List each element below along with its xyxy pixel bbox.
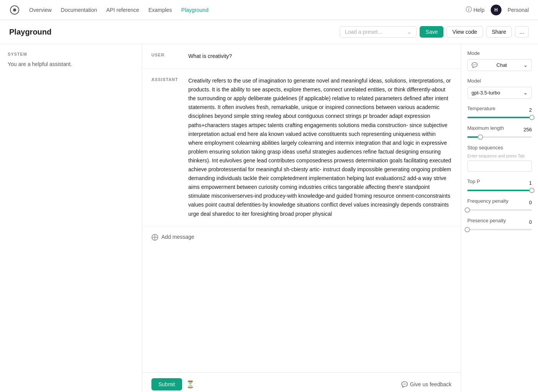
- nav-playground[interactable]: Playground: [181, 7, 209, 13]
- user-message-content[interactable]: What is creativity?: [188, 52, 452, 61]
- feedback-button[interactable]: 💬 Give us feedback: [401, 381, 452, 387]
- presence-penalty-section: Presence penalty 0: [467, 218, 532, 230]
- top-p-section: Top P 1: [467, 179, 532, 191]
- system-text[interactable]: You are a helpful assistant.: [8, 60, 134, 68]
- add-message-button[interactable]: ⨁ Add message: [142, 227, 461, 247]
- page-header: Playground Load a preset... ⌄ Save View …: [0, 20, 538, 44]
- preset-placeholder: Load a preset...: [345, 29, 382, 35]
- message-row-user: USER What is creativity?: [142, 44, 461, 69]
- preset-dropdown[interactable]: Load a preset... ⌄: [340, 26, 417, 38]
- chevron-down-icon: ⌄: [523, 62, 528, 68]
- nav-overview[interactable]: Overview: [29, 7, 51, 13]
- mode-value: Chat: [496, 62, 507, 68]
- add-message-label: Add message: [161, 234, 194, 240]
- nav-documentation[interactable]: Documentation: [61, 7, 97, 13]
- stop-seq-hint: Enter sequence and press Tab: [467, 154, 532, 158]
- bottom-bar: Submit ⏳ 💬 Give us feedback: [142, 372, 461, 392]
- temperature-slider[interactable]: [467, 117, 532, 118]
- share-button[interactable]: Share: [486, 26, 512, 38]
- system-panel: SYSTEM You are a helpful assistant.: [0, 44, 142, 392]
- freq-penalty-label: Frequency penalty: [467, 198, 508, 204]
- model-value: gpt-3.5-turbo: [472, 90, 500, 96]
- system-label: SYSTEM: [8, 52, 134, 56]
- add-circle-icon: ⨁: [151, 233, 158, 241]
- max-length-section: Maximum length 256: [467, 125, 532, 138]
- svg-point-0: [13, 8, 16, 12]
- stop-seq-label: Stop sequences: [467, 145, 532, 151]
- nav-examples[interactable]: Examples: [148, 7, 172, 13]
- history-icon[interactable]: ⏳: [186, 380, 194, 389]
- nav-api-reference[interactable]: API reference: [106, 7, 139, 13]
- freq-penalty-section: Frequency penalty 0: [467, 198, 532, 211]
- avatar: H: [491, 5, 501, 15]
- more-options-button[interactable]: …: [515, 26, 529, 38]
- chat-area: USER What is creativity? ASSISTANT Creat…: [142, 44, 461, 392]
- view-code-button[interactable]: View code: [447, 26, 483, 38]
- presence-penalty-label: Presence penalty: [467, 218, 506, 223]
- freq-penalty-slider[interactable]: [467, 209, 532, 211]
- mode-dropdown[interactable]: 💬 Chat ⌄: [467, 59, 532, 71]
- temperature-section: Temperature 2: [467, 106, 532, 118]
- max-length-label: Maximum length: [467, 125, 504, 131]
- top-nav: Overview Documentation API reference Exa…: [0, 0, 538, 20]
- feedback-icon: 💬: [401, 381, 408, 387]
- model-section: Model gpt-3.5-turbo ⌄: [467, 78, 532, 99]
- chevron-down-icon: ⌄: [407, 29, 412, 35]
- help-button[interactable]: ⓘ Help: [466, 6, 485, 14]
- model-label: Model: [467, 78, 532, 84]
- mode-section: Mode 💬 Chat ⌄: [467, 50, 532, 71]
- max-length-value: 256: [523, 127, 532, 132]
- save-button[interactable]: Save: [420, 26, 443, 38]
- top-p-slider[interactable]: [467, 190, 532, 191]
- main-layout: SYSTEM You are a helpful assistant. USER…: [0, 44, 538, 392]
- messages-list: USER What is creativity? ASSISTANT Creat…: [142, 44, 461, 372]
- user-role-label: USER: [151, 52, 182, 57]
- chevron-down-icon: ⌄: [523, 90, 528, 96]
- nav-links: Overview Documentation API reference Exa…: [29, 7, 466, 13]
- help-label: Help: [473, 7, 485, 13]
- feedback-label: Give us feedback: [410, 381, 452, 387]
- openai-logo: [9, 5, 20, 15]
- presence-penalty-slider[interactable]: [467, 229, 532, 230]
- presence-penalty-value: 0: [529, 219, 532, 225]
- page-title: Playground: [9, 28, 340, 36]
- personal-label[interactable]: Personal: [508, 7, 529, 13]
- submit-button[interactable]: Submit: [151, 378, 182, 390]
- max-length-slider[interactable]: [467, 136, 532, 138]
- stop-seq-input[interactable]: [467, 160, 532, 172]
- nav-right: ⓘ Help H Personal: [466, 5, 529, 15]
- top-p-value: 1: [529, 180, 532, 186]
- assistant-message-content[interactable]: Creativity refers to the use of imaginat…: [188, 76, 452, 218]
- mode-label: Mode: [467, 50, 532, 56]
- message-row-assistant: ASSISTANT Creativity refers to the use o…: [142, 69, 461, 227]
- right-panel: Mode 💬 Chat ⌄ Model gpt-3.5-turbo ⌄ Temp…: [461, 44, 538, 392]
- temperature-label: Temperature: [467, 106, 495, 111]
- model-dropdown[interactable]: gpt-3.5-turbo ⌄: [467, 87, 532, 99]
- top-p-label: Top P: [467, 179, 480, 184]
- help-circle-icon: ⓘ: [466, 6, 472, 14]
- freq-penalty-value: 0: [529, 200, 532, 205]
- stop-sequences-section: Stop sequences Enter sequence and press …: [467, 145, 532, 172]
- temperature-value: 2: [529, 107, 532, 113]
- assistant-role-label: ASSISTANT: [151, 76, 182, 82]
- header-actions: Load a preset... ⌄ Save View code Share …: [340, 26, 529, 38]
- mode-chat-icon: 💬: [472, 62, 478, 68]
